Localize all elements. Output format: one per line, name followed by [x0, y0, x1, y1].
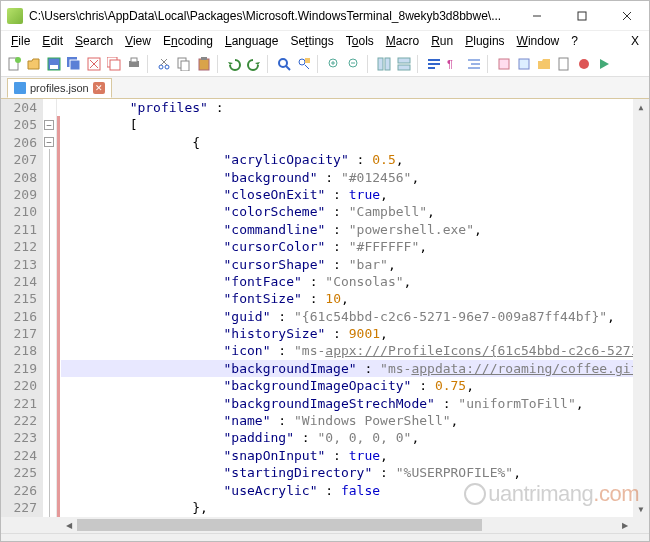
- code-line[interactable]: "fontSize" : 10,: [61, 290, 633, 307]
- code-line[interactable]: "profiles" :: [61, 99, 633, 116]
- horizontal-scrollbar[interactable]: ◀ ▶: [61, 517, 633, 533]
- folder-icon[interactable]: [535, 55, 553, 73]
- fold-icon[interactable]: [495, 55, 513, 73]
- line-number: 208: [1, 169, 37, 186]
- sync-v-icon[interactable]: [375, 55, 393, 73]
- close-icon[interactable]: [85, 55, 103, 73]
- scroll-down-icon[interactable]: ▼: [633, 501, 649, 517]
- code-line[interactable]: "fontFace" : "Consolas",: [61, 273, 633, 290]
- line-number: 219: [1, 360, 37, 377]
- code-line[interactable]: "snapOnInput" : true,: [61, 447, 633, 464]
- menu-settings[interactable]: Settings: [284, 33, 339, 49]
- menu-encoding[interactable]: Encoding: [157, 33, 219, 49]
- svg-rect-24: [201, 57, 207, 60]
- menu-plugins[interactable]: Plugins: [459, 33, 510, 49]
- replace-icon[interactable]: [295, 55, 313, 73]
- menu-file[interactable]: File: [5, 33, 36, 49]
- editor[interactable]: 2042052062072082092102112122132142152162…: [1, 99, 649, 517]
- maximize-button[interactable]: [559, 1, 604, 31]
- open-icon[interactable]: [25, 55, 43, 73]
- menu-help[interactable]: ?: [565, 33, 584, 49]
- redo-icon[interactable]: [245, 55, 263, 73]
- code-line[interactable]: },: [61, 499, 633, 516]
- fold-box-icon[interactable]: −: [44, 120, 54, 130]
- code-line[interactable]: "startingDirectory" : "%USERPROFILE%",: [61, 464, 633, 481]
- code-line[interactable]: "acrylicOpacity" : 0.5,: [61, 151, 633, 168]
- code-line[interactable]: "closeOnExit" : true,: [61, 186, 633, 203]
- svg-rect-35: [385, 58, 390, 70]
- toolbar-separator: [217, 55, 221, 73]
- line-number: 207: [1, 151, 37, 168]
- code-line[interactable]: "backgroundImageStrechMode" : "uniformTo…: [61, 395, 633, 412]
- window-close-button[interactable]: [604, 1, 649, 31]
- fold-box-icon[interactable]: −: [44, 137, 54, 147]
- code-line[interactable]: "historySize" : 9001,: [61, 325, 633, 342]
- code-line[interactable]: "useAcrylic" : false: [61, 482, 633, 499]
- close-all-icon[interactable]: [105, 55, 123, 73]
- code-line[interactable]: [: [61, 116, 633, 133]
- code-line[interactable]: "backgroundImage" : "ms-appdata:///roami…: [61, 360, 633, 377]
- menu-window[interactable]: Window: [511, 33, 566, 49]
- cut-icon[interactable]: [155, 55, 173, 73]
- file-tab-label: profiles.json: [30, 82, 89, 94]
- code-line[interactable]: "name" : "Windows PowerShell",: [61, 412, 633, 429]
- zoom-in-icon[interactable]: [325, 55, 343, 73]
- code-line[interactable]: "cursorShape" : "bar",: [61, 256, 633, 273]
- line-number: 209: [1, 186, 37, 203]
- svg-rect-9: [70, 60, 80, 70]
- vertical-scrollbar[interactable]: ▲ ▼: [633, 99, 649, 517]
- scroll-left-icon[interactable]: ◀: [61, 517, 77, 533]
- zoom-out-icon[interactable]: [345, 55, 363, 73]
- code-line[interactable]: "background" : "#012456",: [61, 169, 633, 186]
- toolbar-separator: [317, 55, 321, 73]
- show-all-icon[interactable]: ¶: [445, 55, 463, 73]
- code-line[interactable]: "cursorColor" : "#FFFFFF",: [61, 238, 633, 255]
- svg-rect-16: [131, 58, 137, 62]
- fold-margin[interactable]: − −: [43, 99, 57, 517]
- paste-icon[interactable]: [195, 55, 213, 73]
- find-icon[interactable]: [275, 55, 293, 73]
- wrap-icon[interactable]: [425, 55, 443, 73]
- code-line[interactable]: "commandline" : "powershell.exe",: [61, 221, 633, 238]
- menu-tools[interactable]: Tools: [340, 33, 380, 49]
- svg-rect-14: [110, 60, 120, 70]
- new-file-icon[interactable]: [5, 55, 23, 73]
- code-line[interactable]: "colorScheme" : "Campbell",: [61, 203, 633, 220]
- undo-icon[interactable]: [225, 55, 243, 73]
- save-all-icon[interactable]: [65, 55, 83, 73]
- print-icon[interactable]: [125, 55, 143, 73]
- menu-run[interactable]: Run: [425, 33, 459, 49]
- unfold-icon[interactable]: [515, 55, 533, 73]
- code-line[interactable]: "backgroundImageOpacity" : 0.75,: [61, 377, 633, 394]
- doc-icon[interactable]: [555, 55, 573, 73]
- record-icon[interactable]: [575, 55, 593, 73]
- menu-close-x[interactable]: X: [625, 33, 645, 49]
- menu-search[interactable]: Search: [69, 33, 119, 49]
- scroll-right-icon[interactable]: ▶: [617, 517, 633, 533]
- sync-h-icon[interactable]: [395, 55, 413, 73]
- copy-icon[interactable]: [175, 55, 193, 73]
- svg-rect-28: [305, 58, 310, 63]
- code-line[interactable]: "icon" : "ms-appx:///ProfileIcons/{61c54…: [61, 342, 633, 359]
- menu-macro[interactable]: Macro: [380, 33, 425, 49]
- file-tab[interactable]: profiles.json ✕: [7, 78, 112, 98]
- toolbar-separator: [487, 55, 491, 73]
- menu-language[interactable]: Language: [219, 33, 284, 49]
- save-icon[interactable]: [45, 55, 63, 73]
- menu-view[interactable]: View: [119, 33, 157, 49]
- code-line[interactable]: "padding" : "0, 0, 0, 0",: [61, 429, 633, 446]
- indent-icon[interactable]: [465, 55, 483, 73]
- code-area[interactable]: "profiles" : [ { "acrylicOpacity" : 0.5,…: [61, 99, 633, 517]
- code-line[interactable]: {: [61, 134, 633, 151]
- svg-rect-22: [181, 61, 189, 71]
- code-line[interactable]: "guid" : "{61c54bbd-c2c6-5271-96e7-009a8…: [61, 308, 633, 325]
- tab-close-icon[interactable]: ✕: [93, 82, 105, 94]
- play-icon[interactable]: [595, 55, 613, 73]
- line-number: 217: [1, 325, 37, 342]
- toolbar: ¶: [1, 51, 649, 77]
- scroll-up-icon[interactable]: ▲: [633, 99, 649, 115]
- scroll-thumb[interactable]: [77, 519, 482, 531]
- svg-rect-37: [398, 65, 410, 70]
- minimize-button[interactable]: [514, 1, 559, 31]
- menu-edit[interactable]: Edit: [36, 33, 69, 49]
